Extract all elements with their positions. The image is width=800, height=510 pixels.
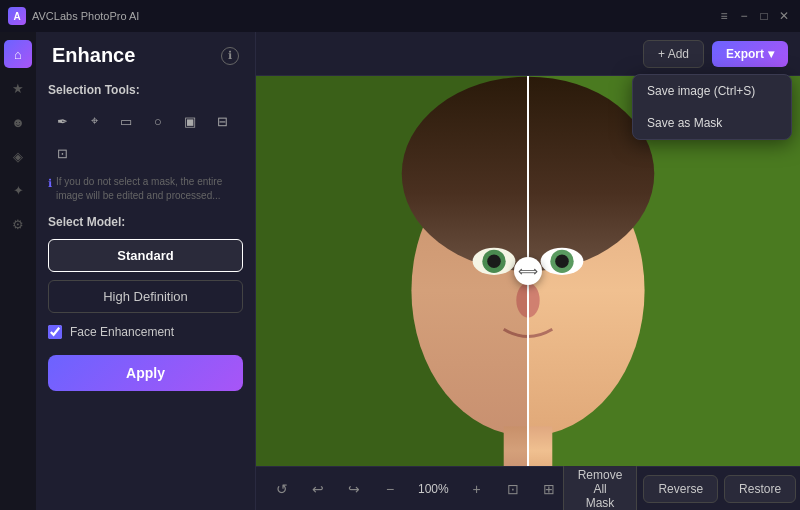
sidebar-content: Selection Tools: ✒ ⌖ ▭ ○ ▣ ⊟ ⊡ ℹ If you … [36, 75, 255, 510]
ellipse-select-tool[interactable]: ○ [144, 107, 172, 135]
restore-button[interactable]: Restore [724, 475, 796, 503]
compare-icon[interactable]: ⊞ [535, 475, 563, 503]
svg-point-22 [555, 254, 569, 268]
tools-grid: ✒ ⌖ ▭ ○ ▣ ⊟ ⊡ [48, 107, 243, 167]
svg-point-8 [487, 254, 501, 268]
divider-handle[interactable]: ⟺ [514, 257, 542, 285]
minimize-btn[interactable]: − [736, 8, 752, 24]
content-area: + Add Export ▾ Save image (Ctrl+S) Save … [256, 32, 800, 510]
title-bar-left: A AVCLabs PhotoPro AI [8, 7, 139, 25]
remove-all-mask-button[interactable]: Remove All Mask [563, 461, 638, 511]
left-nav: ⌂ ★ ☻ ◈ ✦ ⚙ [0, 32, 36, 510]
menu-btn[interactable]: ≡ [716, 8, 732, 24]
close-btn[interactable]: ✕ [776, 8, 792, 24]
top-toolbar: + Add Export ▾ Save image (Ctrl+S) Save … [256, 32, 800, 76]
bottom-left-controls: ↺ ↩ ↪ − 100% + ⊡ ⊞ [268, 475, 563, 503]
rect-select-tool[interactable]: ▭ [112, 107, 140, 135]
export-button[interactable]: Export ▾ [712, 41, 788, 67]
bottom-toolbar: ↺ ↩ ↪ − 100% + ⊡ ⊞ Remove All Mask Rever… [256, 466, 800, 510]
add-button[interactable]: + Add [643, 40, 704, 68]
undo-icon[interactable]: ↩ [304, 475, 332, 503]
bottom-right-controls: Remove All Mask Reverse Restore [563, 461, 796, 511]
high-definition-model-btn[interactable]: High Definition [48, 280, 243, 313]
selection-tools-label: Selection Tools: [48, 83, 243, 97]
pen-tool[interactable]: ✒ [48, 107, 76, 135]
main-layout: ⌂ ★ ☻ ◈ ✦ ⚙ Enhance ℹ Selection Tools: ✒… [0, 32, 800, 510]
nav-home[interactable]: ⌂ [4, 40, 32, 68]
model-label: Select Model: [48, 215, 243, 229]
nav-bg[interactable]: ◈ [4, 142, 32, 170]
sidebar: Enhance ℹ Selection Tools: ✒ ⌖ ▭ ○ ▣ ⊟ ⊡… [36, 32, 256, 510]
nav-effect[interactable]: ✦ [4, 176, 32, 204]
zoom-in-icon[interactable]: + [463, 475, 491, 503]
reverse-button[interactable]: Reverse [643, 475, 718, 503]
app-title: AVCLabs PhotoPro AI [32, 10, 139, 22]
hint-icon: ℹ [48, 176, 52, 191]
face-enhancement-label: Face Enhancement [70, 325, 174, 339]
maximize-btn[interactable]: □ [756, 8, 772, 24]
title-bar: A AVCLabs PhotoPro AI ≡ − □ ✕ [0, 0, 800, 32]
apply-button[interactable]: Apply [48, 355, 243, 391]
sidebar-title: Enhance [52, 44, 135, 67]
save-image-item[interactable]: Save image (Ctrl+S) [633, 75, 791, 107]
nav-settings[interactable]: ⚙ [4, 210, 32, 238]
magic-select-tool[interactable]: ⊡ [48, 139, 76, 167]
zoom-level: 100% [412, 480, 455, 498]
app-icon: A [8, 7, 26, 25]
invert-select-tool[interactable]: ⊟ [208, 107, 236, 135]
refresh-icon[interactable]: ↺ [268, 475, 296, 503]
nav-enhance[interactable]: ★ [4, 74, 32, 102]
title-bar-controls[interactable]: ≡ − □ ✕ [716, 8, 792, 24]
export-chevron: ▾ [768, 47, 774, 61]
export-dropdown: Save image (Ctrl+S) Save as Mask [632, 74, 792, 140]
image-select-tool[interactable]: ▣ [176, 107, 204, 135]
nav-face[interactable]: ☻ [4, 108, 32, 136]
face-enhancement-row: Face Enhancement [48, 325, 243, 339]
standard-model-btn[interactable]: Standard [48, 239, 243, 272]
crop-icon[interactable]: ⊡ [499, 475, 527, 503]
sidebar-header: Enhance ℹ [36, 32, 255, 75]
info-icon[interactable]: ℹ [221, 47, 239, 65]
save-as-mask-item[interactable]: Save as Mask [633, 107, 791, 139]
face-enhancement-checkbox[interactable] [48, 325, 62, 339]
redo-icon[interactable]: ↪ [340, 475, 368, 503]
lasso-tool[interactable]: ⌖ [80, 107, 108, 135]
zoom-out-icon[interactable]: − [376, 475, 404, 503]
hint-text: ℹ If you do not select a mask, the entir… [48, 175, 243, 203]
